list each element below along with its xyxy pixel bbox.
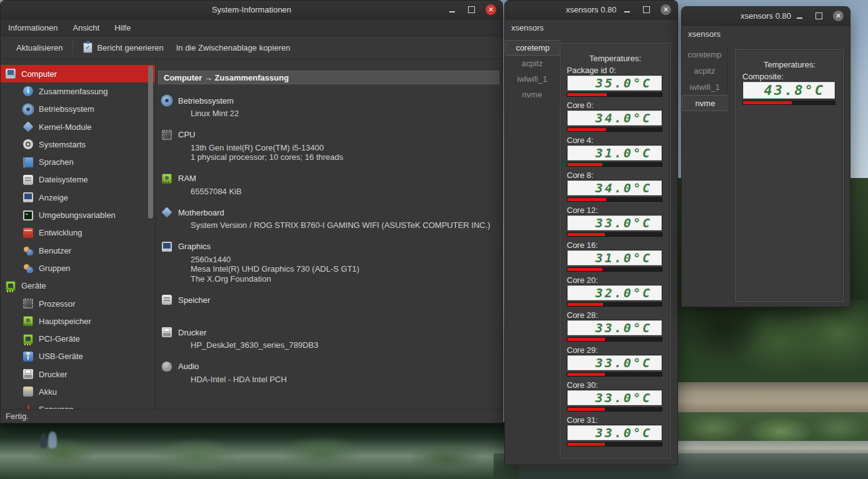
sensor-bar [567, 197, 662, 202]
summary-group-label: RAM [178, 174, 196, 183]
sidebar-item-sensoren[interactable]: Sensoren [1, 401, 155, 409]
sidebar-item-anzeige[interactable]: Anzeige [1, 189, 155, 206]
sensor-row-core-28: Core 28: 33.0°C [561, 310, 670, 342]
sensor-label: Core 31: [567, 415, 662, 425]
sidebar-item-computer[interactable]: Computer [1, 65, 155, 82]
sensor-tab-nvme[interactable]: nvme [682, 95, 728, 111]
sidebar-item-label: Sensoren [39, 405, 74, 409]
menubar: Informationen Ansicht Hilfe [1, 19, 502, 36]
sidebar-item-sprachen[interactable]: Sprachen [1, 153, 155, 170]
sidebar-item-prozessor[interactable]: Prozessor [1, 295, 155, 312]
xsensors-window-coretemp: xsensors 0.80 ✕ xsensors coretemp acpitz… [504, 0, 678, 465]
summary-group-label: Drucker [178, 328, 207, 337]
sensor-bar-fill [567, 443, 605, 446]
sensor-row-package-id-0: Package id 0: 35.0°C [561, 66, 670, 97]
summary-group-drucker: Drucker HP_DeskJet_3630_series_789DB3 [158, 326, 499, 350]
sidebar-item-ger-te[interactable]: Geräte [1, 277, 155, 295]
menu-xsensors[interactable]: xsensors [688, 29, 721, 39]
printer-icon [23, 369, 33, 379]
sensor-tab-acpitz[interactable]: acpitz [505, 56, 560, 71]
titlebar[interactable]: System-Informationen ✕ [1, 1, 502, 19]
desktop: { "colors": { "accent_red": "#c32320", "… [0, 0, 868, 479]
close-button[interactable]: ✕ [661, 4, 671, 15]
titlebar[interactable]: xsensors 0.80 ✕ [505, 1, 677, 19]
minimize-button[interactable] [447, 4, 457, 15]
summary-value: HP_DeskJet_3630_series_789DB3 [191, 340, 499, 350]
summary-group-label: Motherboard [178, 208, 224, 217]
summary-value: 2560x1440 [191, 255, 499, 265]
summary-group-ram: RAM 65557084 KiB [158, 172, 499, 197]
sensor-row-composite: Composite: 43.8°C [736, 72, 843, 105]
sidebar-item-label: PCI-Geräte [39, 334, 80, 343]
sensor-tab-list: coretemp acpitz iwlwifi_1 nvme [505, 35, 560, 465]
sensor-tab-coretemp[interactable]: coretemp [505, 40, 560, 56]
menubar: xsensors [505, 19, 677, 36]
sidebar-item-usb-ger-te[interactable]: USB-Geräte [1, 348, 155, 365]
maximize-button[interactable] [466, 4, 477, 15]
sensor-tab-nvme[interactable]: nvme [505, 87, 560, 102]
menu-xsensors[interactable]: xsensors [511, 23, 544, 32]
sidebar-item-dateisysteme[interactable]: Dateisysteme [1, 171, 155, 189]
sidebar-item-gruppen[interactable]: Gruppen [1, 259, 155, 277]
sensor-display: 34.0°C [567, 180, 662, 196]
sidebar-item-zusammenfassung[interactable]: Zusammenfassung [1, 82, 155, 100]
menu-informationen[interactable]: Informationen [8, 23, 58, 32]
xsensors-body: coretemp acpitz iwlwifi_1 nvme Temperatu… [682, 41, 850, 307]
sensor-label: Core 30: [567, 380, 662, 390]
summary-group-values: 13th Gen Intel(R) Core(TM) i5-134001 phy… [191, 143, 499, 162]
minimize-button[interactable] [622, 4, 632, 15]
summary-group-label: Audio [178, 362, 199, 371]
sensor-row-core-0: Core 0: 34.0°C [561, 101, 670, 132]
sidebar-item-label: Akku [39, 387, 57, 397]
gear-icon [162, 96, 172, 106]
close-button[interactable]: ✕ [486, 4, 496, 15]
sensor-tab-iwlwifi-1[interactable]: iwlwifi_1 [682, 79, 728, 95]
copy-to-clipboard-button[interactable]: In die Zwischenablage kopieren [170, 39, 297, 56]
sidebar-item-akku[interactable]: Akku [1, 383, 155, 400]
sidebar-tree[interactable]: Computer Zusammenfassung Betriebssystem … [1, 59, 156, 409]
minimize-button[interactable] [794, 11, 805, 21]
summary-group-values: HP_DeskJet_3630_series_789DB3 [191, 340, 499, 350]
menu-ansicht[interactable]: Ansicht [73, 23, 100, 32]
sidebar-item-umgebungsvariablen[interactable]: Umgebungsvariablen [1, 206, 155, 224]
sensor-bar [567, 267, 662, 272]
sensor-display: 33.0°C [567, 215, 662, 231]
summary-group-label: Speicher [178, 295, 210, 305]
generate-report-button[interactable]: Bericht generieren [77, 39, 169, 56]
sensor-tab-coretemp[interactable]: coretemp [682, 46, 728, 62]
titlebar[interactable]: xsensors 0.80 ✕ [682, 7, 850, 26]
sidebar-item-hauptspeicher[interactable]: Hauptspeicher [1, 312, 155, 330]
ram-icon [23, 316, 33, 326]
sidebar-item-kernel-module[interactable]: Kernel-Module [1, 118, 155, 136]
sidebar-item-pci-ger-te[interactable]: PCI-Geräte [1, 330, 155, 347]
summary-group-label: Betriebssystem [178, 96, 234, 106]
sensor-tab-acpitz[interactable]: acpitz [682, 62, 728, 79]
sensor-display: 33.0°C [567, 320, 662, 336]
sensor-row-core-8: Core 8: 34.0°C [561, 170, 670, 202]
sidebar-item-label: Anzeige [39, 193, 68, 202]
sidebar-item-label: Sprachen [39, 157, 74, 167]
sensor-row-core-16: Core 16: 31.0°C [561, 240, 670, 272]
maximize-button[interactable] [814, 11, 824, 21]
sensor-value: 31.0°C [596, 250, 652, 265]
sensor-label: Core 8: [567, 170, 662, 180]
sidebar-item-betriebssystem[interactable]: Betriebssystem [1, 101, 155, 118]
maximize-button[interactable] [641, 4, 652, 15]
refresh-button[interactable]: Aktualisieren [10, 39, 69, 56]
sidebar-item-benutzer[interactable]: Benutzer [1, 242, 155, 259]
sidebar-scrollbar[interactable] [148, 66, 153, 219]
sidebar-item-label: Computer [21, 69, 57, 79]
close-button[interactable]: ✕ [833, 11, 844, 21]
summary-group-motherboard: Motherboard System Version / ROG STRIX B… [158, 206, 499, 230]
sidebar-item-drucker[interactable]: Drucker [1, 365, 155, 383]
menu-hilfe[interactable]: Hilfe [114, 23, 131, 32]
sidebar-item-entwicklung[interactable]: Entwicklung [1, 224, 155, 242]
sensor-bar-fill [567, 338, 605, 341]
main-body: Computer Zusammenfassung Betriebssystem … [1, 59, 502, 409]
sidebar-item-systemstarts[interactable]: Systemstarts [1, 136, 155, 153]
sensor-tab-iwlwifi-1[interactable]: iwlwifi_1 [505, 71, 560, 87]
users-icon [23, 245, 33, 255]
chip-icon [6, 281, 16, 291]
summary-group-audio: Audio HDA-Intel - HDA Intel PCH [158, 360, 499, 385]
audio-icon [162, 362, 172, 372]
